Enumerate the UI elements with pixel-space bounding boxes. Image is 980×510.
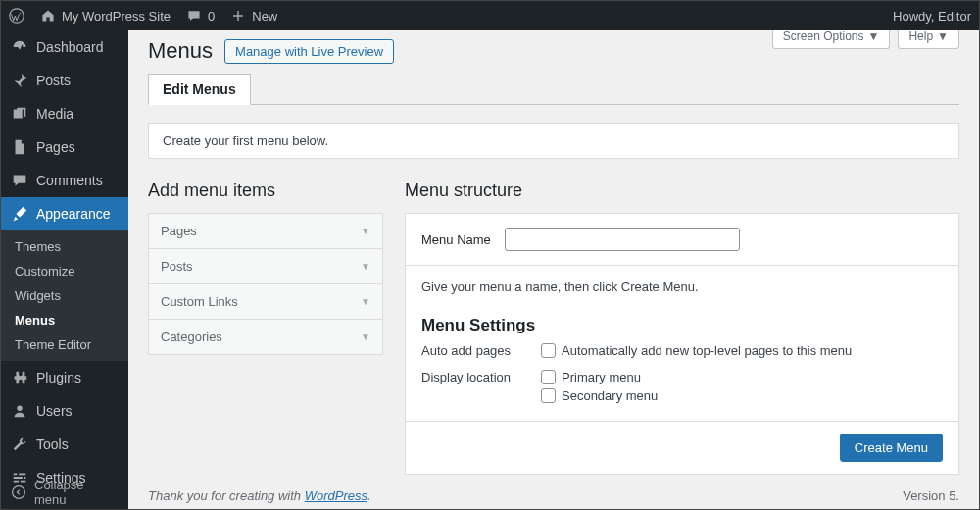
plugin-icon: [11, 369, 28, 386]
submenu-item-widgets[interactable]: Widgets: [1, 283, 128, 308]
primary-menu-checkbox[interactable]: [541, 370, 556, 384]
menu-label: Dashboard: [36, 39, 104, 55]
live-preview-button[interactable]: Manage with Live Preview: [224, 39, 394, 64]
menu-label: Tools: [36, 436, 69, 452]
menu-hint: Give your menu a name, then click Create…: [421, 280, 943, 294]
appearance-submenu: Themes Customize Widgets Menus Theme Edi…: [1, 230, 128, 361]
chevron-down-icon: ▼: [361, 332, 370, 342]
auto-add-label: Auto add pages: [421, 343, 541, 358]
wrench-icon: [11, 435, 28, 453]
tab-edit-menus[interactable]: Edit Menus: [148, 74, 251, 105]
admin-sidebar: Dashboard Posts Media Pages Comments App…: [1, 30, 128, 509]
wordpress-link[interactable]: WordPress: [305, 488, 368, 503]
comments-link[interactable]: 0: [178, 1, 222, 30]
sidebar-item-users[interactable]: Users: [1, 394, 128, 428]
menu-tabs: Edit Menus: [148, 74, 959, 105]
menu-structure-box: Menu Name Give your menu a name, then cl…: [405, 213, 959, 475]
chevron-down-icon: ▼: [868, 30, 880, 43]
sidebar-item-comments[interactable]: Comments: [1, 164, 128, 197]
footer-thankyou: Thank you for creating with WordPress.: [148, 488, 371, 503]
menu-label: Plugins: [36, 370, 81, 385]
plus-icon: [230, 8, 246, 24]
first-menu-notice: Create your first menu below.: [148, 123, 959, 159]
page-icon: [11, 138, 28, 156]
add-items-heading: Add menu items: [148, 180, 383, 201]
user-icon: [11, 402, 28, 420]
secondary-menu-checkbox[interactable]: [541, 388, 556, 403]
auto-add-checkbox[interactable]: [541, 343, 556, 358]
chevron-down-icon: ▼: [937, 30, 949, 43]
display-location-primary[interactable]: Primary menu: [541, 370, 658, 384]
screen-options-button[interactable]: Screen Options▼: [772, 30, 891, 49]
home-icon: [40, 8, 56, 24]
menu-name-input[interactable]: [505, 228, 740, 251]
new-content-link[interactable]: New: [222, 1, 285, 30]
admin-footer: Thank you for creating with WordPress. V…: [148, 488, 959, 503]
collapse-icon: [11, 484, 26, 500]
wordpress-logo-icon: [9, 8, 24, 24]
menu-label: Media: [36, 106, 74, 122]
user-greeting[interactable]: Howdy, Editor: [885, 1, 979, 30]
accordion-panel-posts[interactable]: Posts▼: [149, 249, 382, 284]
menu-label: Posts: [36, 73, 71, 88]
site-name-label: My WordPress Site: [62, 9, 171, 24]
menu-label: Pages: [36, 139, 75, 155]
sidebar-item-posts[interactable]: Posts: [1, 64, 128, 97]
dashboard-icon: [11, 38, 28, 56]
submenu-item-customize[interactable]: Customize: [1, 259, 128, 283]
accordion-panel-custom-links[interactable]: Custom Links▼: [149, 284, 382, 320]
sidebar-item-pages[interactable]: Pages: [1, 130, 128, 164]
sidebar-item-tools[interactable]: Tools: [1, 428, 128, 461]
display-location-secondary[interactable]: Secondary menu: [541, 388, 658, 403]
greeting-label: Howdy, Editor: [893, 9, 971, 24]
sidebar-item-dashboard[interactable]: Dashboard: [1, 30, 128, 64]
sidebar-item-appearance[interactable]: Appearance: [1, 197, 128, 230]
main-content: Screen Options▼ Help▼ Menus Manage with …: [128, 30, 979, 509]
accordion-panel-pages[interactable]: Pages▼: [149, 214, 382, 249]
add-items-accordion: Pages▼ Posts▼ Custom Links▼ Categories▼: [148, 213, 383, 355]
chevron-down-icon: ▼: [361, 296, 370, 307]
sidebar-item-media[interactable]: Media: [1, 97, 128, 130]
chevron-down-icon: ▼: [361, 226, 370, 236]
collapse-label: Collapse menu: [34, 478, 119, 507]
structure-heading: Menu structure: [405, 180, 959, 201]
admin-bar: My WordPress Site 0 New Howdy, Editor: [1, 1, 979, 30]
menu-label: Users: [36, 403, 73, 419]
auto-add-option[interactable]: Automatically add new top-level pages to…: [541, 343, 852, 358]
menu-settings-heading: Menu Settings: [421, 316, 943, 335]
media-icon: [11, 105, 28, 123]
comment-icon: [11, 172, 28, 189]
page-title: Menus: [148, 38, 213, 64]
menu-label: Comments: [36, 173, 103, 188]
collapse-menu-button[interactable]: Collapse menu: [1, 476, 128, 509]
help-button[interactable]: Help▼: [898, 30, 959, 49]
site-name-link[interactable]: My WordPress Site: [32, 1, 178, 30]
submenu-item-menus[interactable]: Menus: [1, 308, 128, 332]
menu-label: Appearance: [36, 206, 111, 222]
comment-icon: [186, 8, 202, 24]
wp-logo-menu[interactable]: [1, 1, 32, 30]
chevron-down-icon: ▼: [361, 261, 370, 272]
menu-name-label: Menu Name: [421, 232, 491, 247]
submenu-item-themes[interactable]: Themes: [1, 234, 128, 259]
svg-point-2: [13, 486, 25, 499]
pin-icon: [11, 72, 28, 89]
svg-point-1: [17, 406, 22, 411]
footer-version: Version 5.: [903, 488, 959, 503]
brush-icon: [11, 205, 28, 223]
submenu-item-theme-editor[interactable]: Theme Editor: [1, 332, 128, 357]
display-location-label: Display location: [421, 370, 541, 384]
new-content-label: New: [252, 9, 277, 24]
comments-count: 0: [208, 9, 215, 24]
sidebar-item-plugins[interactable]: Plugins: [1, 361, 128, 394]
accordion-panel-categories[interactable]: Categories▼: [149, 320, 382, 354]
create-menu-button[interactable]: Create Menu: [840, 434, 943, 462]
